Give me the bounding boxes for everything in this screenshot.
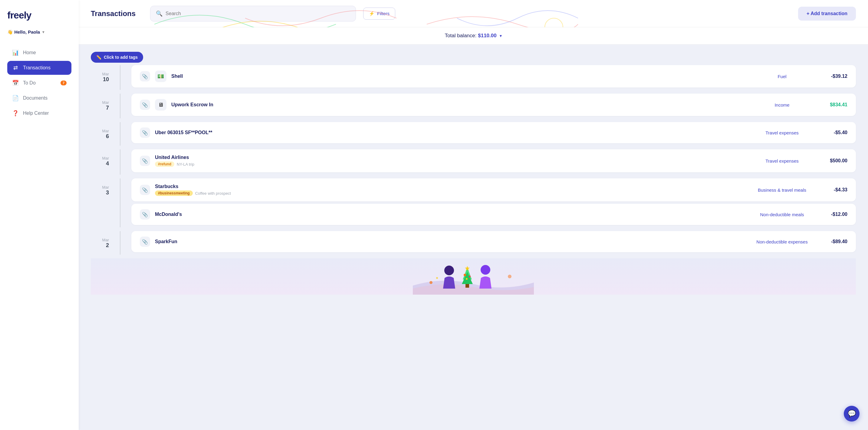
sidebar-item-label: Documents [23,95,48,101]
transaction-date-group: Mar 4 📎 United Airlines #refundNY-LA tri… [91,149,856,175]
balance-amount: $110.00 [478,33,496,38]
transaction-cards: 📎 Starbucks #businessmeetingCoffee with … [131,178,856,227]
sidebar-item-todo[interactable]: 📅 To Do 7 [7,76,71,90]
transaction-date-group: Mar 7 📎 🖥 Upwork Escrow In Income $834.4… [91,93,856,118]
date-line [120,231,120,255]
transaction-tag[interactable]: #businessmeeting [155,191,193,196]
transaction-cards: 📎 SparkFun Non-deductible expenses -$89.… [131,231,856,255]
attachment-icon[interactable]: 📎 [140,236,150,247]
transaction-date-group: Mar 3 📎 Starbucks #businessmeetingCoffee… [91,178,856,227]
transaction-cards: 📎 Uber 063015 SF**POOL** Travel expenses… [131,122,856,146]
attachment-icon[interactable]: 📎 [140,156,150,166]
transaction-category[interactable]: Non-deductible expenses [752,239,812,245]
search-input[interactable] [165,11,350,16]
transaction-category[interactable]: Travel expenses [752,130,812,135]
date-day: 4 [106,161,109,167]
transaction-info: United Airlines #refundNY-LA trip [155,155,747,167]
transaction-tag[interactable]: #refund [155,162,174,167]
transaction-name: Upwork Escrow In [171,102,747,108]
sidebar-item-label: Help Center [23,111,49,116]
sidebar-item-home[interactable]: 📊 Home [7,46,71,60]
transaction-info: McDonald's [155,212,747,217]
date-month: Mar [102,72,109,76]
transactions-icon: ⇄ [12,64,19,71]
transaction-name: Shell [171,74,747,79]
transaction-note: NY-LA trip [177,162,194,167]
transaction-note: Coffee with prospect [195,191,231,196]
content-area: Total balance: $110.00 ▾ ✏️ Click to add… [79,27,868,430]
transaction-row[interactable]: 📎 SparkFun Non-deductible expenses -$89.… [131,231,856,252]
attachment-icon[interactable]: 📎 [140,71,150,82]
add-tags-tooltip[interactable]: ✏️ Click to add tags [91,52,143,63]
page-title: Transactions [91,9,135,18]
transaction-row[interactable]: 📎 Uber 063015 SF**POOL** Travel expenses… [131,122,856,143]
attachment-icon[interactable]: 📎 [140,209,150,220]
transaction-amount: -$39.12 [817,74,847,79]
transaction-row[interactable]: 📎 United Airlines #refundNY-LA trip Trav… [131,149,856,172]
transaction-category[interactable]: Non-deductible meals [752,212,812,217]
balance-chevron-icon[interactable]: ▾ [500,33,502,38]
transaction-category[interactable]: Income [752,102,812,108]
transaction-cards: 📎 💵 Shell Fuel -$39.12 [131,65,856,90]
svg-point-10 [430,281,433,284]
filter-icon: ⚡ [369,11,375,16]
date-line [120,93,120,118]
svg-point-9 [480,265,490,275]
transaction-category[interactable]: Travel expenses [752,159,812,164]
nav-badge: 7 [61,81,67,85]
chevron-down-icon: ▾ [42,30,44,34]
sidebar-item-label: Home [23,50,36,55]
svg-point-12 [508,275,512,278]
chat-button[interactable]: 💬 [844,406,860,422]
documents-icon: 📄 [12,95,19,102]
transaction-info: SparkFun [155,239,747,245]
svg-point-1 [444,265,454,275]
date-day: 3 [106,190,109,196]
transaction-info: Uber 063015 SF**POOL** [155,130,747,135]
transaction-name: Starbucks [155,184,747,189]
svg-point-11 [436,277,438,279]
date-line [120,65,120,90]
transaction-amount: $834.41 [817,102,847,108]
transaction-icon: 💵 [155,70,166,82]
svg-point-6 [469,276,471,277]
filters-button[interactable]: ⚡ Filters [363,7,395,20]
date-label: Mar 2 [91,231,109,249]
app-logo: freely [7,10,71,21]
illustration-bar [91,258,856,295]
transaction-row[interactable]: 📎 🖥 Upwork Escrow In Income $834.41 [131,93,856,116]
date-label: Mar 3 [91,178,109,196]
transaction-category[interactable]: Business & travel meals [752,188,812,193]
transaction-row[interactable]: 📎 McDonald's Non-deductible meals -$12.0… [131,204,856,225]
attachment-icon[interactable]: 📎 [140,99,150,110]
attachment-icon[interactable]: 📎 [140,185,150,195]
sidebar-item-label: To Do [23,80,36,86]
search-icon: 🔍 [156,10,162,17]
transaction-row[interactable]: 📎 💵 Shell Fuel -$39.12 [131,65,856,87]
sidebar-item-transactions[interactable]: ⇄ Transactions [7,61,71,75]
sidebar-nav: 📊 Home ⇄ Transactions 📅 To Do 7 📄 Docume… [7,46,71,120]
date-label: Mar 7 [91,93,109,111]
date-month: Mar [102,185,109,190]
transaction-info: Shell [171,74,747,79]
sidebar: freely 👋 Hello, Paola ▾ 📊 Home ⇄ Transac… [0,0,79,430]
transaction-amount: -$4.33 [817,187,847,193]
date-month: Mar [102,129,109,133]
sidebar-item-help[interactable]: ❓ Help Center [7,106,71,120]
date-label: Mar 4 [91,149,109,167]
chat-icon: 💬 [848,410,856,418]
home-icon: 📊 [12,49,19,56]
attachment-icon[interactable]: 📎 [140,127,150,138]
search-bar[interactable]: 🔍 [150,6,356,22]
add-transaction-button[interactable]: + Add transaction [798,7,856,21]
date-day: 6 [106,133,109,140]
transaction-row[interactable]: 📎 Starbucks #businessmeetingCoffee with … [131,178,856,201]
transaction-amount: -$12.00 [817,212,847,217]
header: Transactions 🔍 ⚡ Filters + Add transacti… [79,0,868,27]
date-month: Mar [102,156,109,161]
transaction-category[interactable]: Fuel [752,74,812,79]
sidebar-item-documents[interactable]: 📄 Documents [7,91,71,105]
svg-point-5 [464,274,466,276]
user-greeting[interactable]: 👋 Hello, Paola ▾ [7,29,71,35]
transaction-icon: 🖥 [155,99,166,111]
